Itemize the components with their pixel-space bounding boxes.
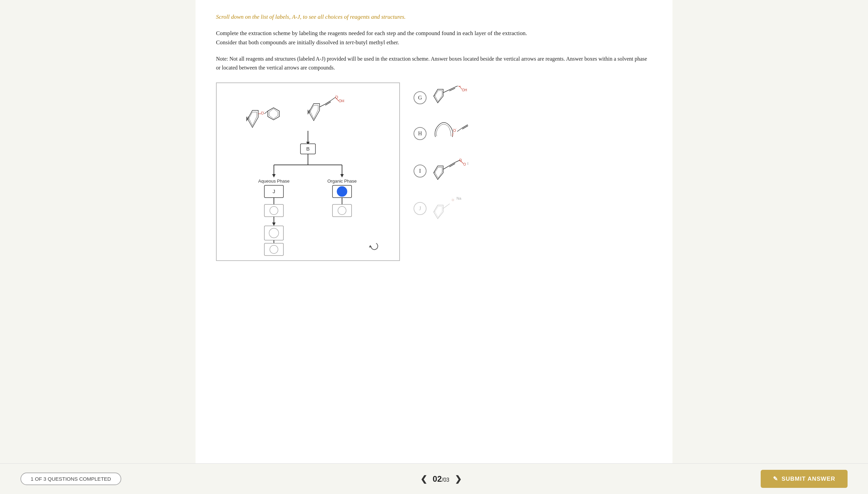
svg-marker-9 — [308, 104, 320, 121]
next-button[interactable]: ❯ — [455, 474, 462, 484]
svg-line-51 — [443, 90, 449, 93]
molecule-j: O · Na — [432, 195, 480, 222]
submit-label: SUBMIT ANSWER — [781, 476, 835, 482]
reagent-label-h: H — [414, 127, 427, 140]
svg-marker-48 — [369, 245, 372, 247]
svg-marker-26 — [272, 174, 276, 177]
svg-text:O: O — [463, 163, 466, 166]
top-molecules: O · · — [223, 90, 392, 253]
reagent-item-g: G O · OH — [414, 86, 480, 110]
svg-text:·: · — [459, 157, 460, 160]
svg-marker-0 — [247, 110, 258, 127]
submit-icon: ✎ — [773, 475, 778, 482]
svg-text:B: B — [306, 146, 310, 152]
svg-text:·: · — [264, 110, 264, 113]
main-content: Scroll down on the list of labels, A-J, … — [196, 0, 672, 463]
svg-line-68 — [443, 166, 449, 169]
svg-point-44 — [337, 186, 347, 197]
reagent-label-j: J — [414, 202, 427, 215]
svg-line-6 — [264, 111, 268, 114]
svg-marker-8 — [269, 109, 278, 119]
note-text: Note: Not all reagents and structures (l… — [216, 56, 647, 71]
molecule-i: O · O I — [432, 157, 480, 185]
extraction-diagram-svg: O · · — [226, 90, 390, 253]
svg-text:OH: OH — [339, 99, 344, 103]
current-page: 02 — [433, 474, 442, 483]
svg-line-79 — [443, 204, 450, 209]
reagent-label-g: G — [414, 91, 427, 104]
note-block: Note: Not all reagents and structures (l… — [216, 55, 652, 72]
page-indicator: 02/03 — [433, 474, 449, 484]
molecule-g: O · OH — [432, 86, 473, 110]
svg-line-14 — [330, 97, 335, 101]
svg-text:·: · — [453, 127, 454, 130]
svg-marker-10 — [309, 105, 318, 119]
instruction-main: Complete the extraction scheme by labeli… — [216, 30, 527, 36]
reagent-item-j: J O · Na — [414, 195, 480, 222]
reagent-item-h: H O · · — [414, 120, 480, 147]
svg-marker-7 — [268, 108, 279, 120]
svg-line-63 — [457, 128, 462, 132]
svg-text:·: · — [452, 197, 452, 200]
svg-text:J: J — [273, 188, 275, 194]
molecule-h: O · · — [432, 120, 480, 147]
svg-marker-41 — [340, 174, 344, 177]
reagent-item-i: I O · O I — [414, 157, 480, 185]
nav-controls: ❮ 02/03 ❯ — [420, 474, 462, 484]
svg-text:·: · — [335, 94, 336, 97]
reagent-list: G O · OH — [414, 86, 480, 222]
svg-marker-34 — [272, 222, 276, 226]
submit-button[interactable]: ✎ SUBMIT ANSWER — [761, 470, 848, 488]
scroll-note: Scroll down on the list of labels, A-J, … — [216, 14, 652, 20]
prev-button[interactable]: ❮ — [420, 474, 427, 484]
svg-text:OH: OH — [462, 88, 467, 92]
svg-marker-1 — [248, 112, 257, 126]
progress-badge: 1 OF 3 QUESTIONS COMPLETED — [20, 473, 121, 485]
extraction-box: O · · — [216, 82, 400, 261]
instruction-block: Complete the extraction scheme by labeli… — [216, 29, 652, 47]
svg-text:Organic Phase: Organic Phase — [327, 179, 357, 184]
svg-text:Aqueous Phase: Aqueous Phase — [258, 179, 290, 184]
svg-line-11 — [320, 104, 325, 107]
reagent-label-i: I — [414, 165, 427, 177]
diagram-area: O · · — [216, 82, 652, 261]
svg-text:Na: Na — [456, 196, 462, 200]
svg-text:·: · — [261, 110, 262, 113]
svg-text:I: I — [467, 162, 468, 166]
page-sub: /03 — [442, 477, 449, 483]
footer: 1 OF 3 QUESTIONS COMPLETED ❮ 02/03 ❯ ✎ S… — [0, 463, 868, 494]
svg-text:·: · — [456, 127, 456, 130]
